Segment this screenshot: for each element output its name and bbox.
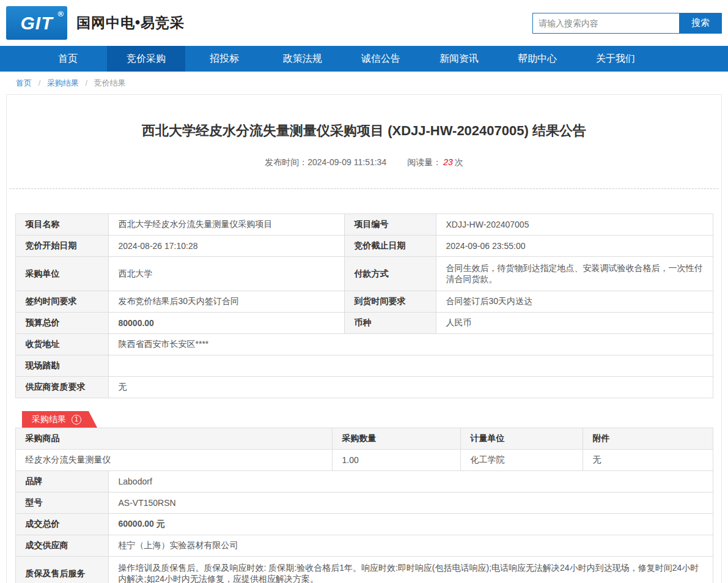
info-value: XDJJ-HW-202407005 — [436, 214, 713, 236]
publish-time-label: 发布时间： — [265, 157, 307, 167]
info-label: 成交供应商 — [15, 535, 108, 557]
info-label: 项目编号 — [344, 214, 436, 236]
breadcrumb-bidding-results: 竞价结果 — [94, 78, 126, 87]
views-unit: 次 — [455, 157, 463, 167]
content-card: 西北大学经皮水分流失量测量仪采购项目 (XDJJ-HW-202407005) 结… — [6, 94, 722, 583]
result-ribbon: 采购结果 1 — [22, 411, 97, 428]
table-row: 预算总价 80000.00 币种 人民币 — [15, 313, 713, 334]
table-row: 供应商资质要求 无 — [15, 377, 713, 398]
project-info-table: 项目名称 西北大学经皮水分流失量测量仪采购项目 项目编号 XDJJ-HW-202… — [15, 214, 713, 398]
product-attachment: 无 — [583, 450, 713, 471]
info-label: 成交总价 — [15, 514, 108, 535]
info-value — [108, 355, 713, 377]
logo-text: GIT — [21, 13, 53, 34]
site-logo[interactable]: GIT ® — [6, 6, 67, 40]
table-row: 项目名称 西北大学经皮水分流失量测量仪采购项目 项目编号 XDJJ-HW-202… — [15, 214, 713, 236]
product-quantity: 1.00 — [332, 450, 460, 471]
views-label: 阅读量： — [407, 157, 441, 167]
site-title: 国网中电•易竞采 — [76, 13, 185, 32]
product-unit: 化工学院 — [460, 450, 583, 471]
breadcrumb-separator: / — [86, 78, 88, 87]
info-value: 西北大学经皮水分流失量测量仪采购项目 — [108, 214, 344, 236]
nav-item-home[interactable]: 首页 — [29, 46, 107, 72]
table-row: 型号 AS-VT150RSN — [15, 492, 713, 514]
info-label: 采购单位 — [15, 257, 108, 291]
info-value: 陕西省西安市长安区**** — [108, 334, 713, 355]
breadcrumb: 首页 / 采购结果 / 竞价结果 — [0, 72, 728, 94]
brand-value: Labodorf — [108, 471, 713, 492]
search-bar: 搜索 — [532, 13, 722, 34]
info-label: 品牌 — [15, 471, 108, 492]
table-row: 竞价开始日期 2024-08-26 17:10:28 竞价截止日期 2024-0… — [15, 236, 713, 257]
product-name: 经皮水分流失量测量仪 — [15, 450, 332, 471]
column-header: 计量单位 — [460, 428, 583, 450]
column-header: 采购数量 — [332, 428, 460, 450]
publish-time-value: 2024-09-09 11:51:34 — [307, 157, 386, 167]
info-value: 2024-08-26 17:10:28 — [108, 236, 344, 257]
table-row: 现场踏勘 — [15, 355, 713, 377]
main-nav: 首页 竞价采购 招投标 政策法规 诚信公告 新闻资讯 帮助中心 关于我们 — [0, 46, 728, 72]
nav-item-policies[interactable]: 政策法规 — [263, 46, 342, 72]
warranty-value: 操作培训及质保售后。质保及响应时效: 质保期:验收合格后1年。响应时效:即时响应… — [108, 557, 713, 583]
info-label: 项目名称 — [15, 214, 108, 236]
info-label: 供应商资质要求 — [15, 377, 108, 398]
table-row: 质保及售后服务 操作培训及质保售后。质保及响应时效: 质保期:验收合格后1年。响… — [15, 557, 713, 583]
info-value: 西北大学 — [108, 257, 344, 291]
info-value: 无 — [108, 377, 713, 398]
deal-detail-table: 品牌 Labodorf 型号 AS-VT150RSN 成交总价 60000.00… — [15, 470, 713, 583]
nav-item-news[interactable]: 新闻资讯 — [420, 46, 498, 72]
budget-total-value: 80000.00 — [108, 313, 344, 334]
table-row: 成交总价 60000.00 元 — [15, 514, 713, 535]
info-value: 合同生效后，待货物到达指定地点、安装调试验收合格后，一次性付清合同货款。 — [436, 257, 713, 291]
info-label: 竞价开始日期 — [15, 236, 108, 257]
info-label: 币种 — [344, 313, 436, 334]
info-label: 质保及售后服务 — [15, 557, 108, 583]
registered-trademark-icon: ® — [57, 9, 64, 18]
table-header-row: 采购商品 采购数量 计量单位 附件 — [15, 428, 713, 450]
model-value: AS-VT150RSN — [108, 492, 713, 514]
table-row: 采购单位 西北大学 付款方式 合同生效后，待货物到达指定地点、安装调试验收合格后… — [15, 257, 713, 291]
info-label: 预算总价 — [15, 313, 108, 334]
result-ribbon-label: 采购结果 — [32, 414, 66, 425]
nav-item-bidding-purchase[interactable]: 竞价采购 — [107, 46, 185, 72]
info-label: 现场踏勘 — [15, 355, 108, 377]
deal-total-price: 60000.00 元 — [108, 514, 713, 535]
info-label: 收货地址 — [15, 334, 108, 355]
table-row: 签约时间要求 发布竞价结果后30天内签订合同 到货时间要求 合同签订后30天内送… — [15, 291, 713, 313]
table-row: 成交供应商 桂宁（上海）实验器材有限公司 — [15, 535, 713, 557]
result-section-header: 采购结果 1 — [22, 411, 721, 428]
dashed-divider — [10, 188, 718, 189]
info-label: 付款方式 — [344, 257, 436, 291]
info-value: 人民币 — [436, 313, 713, 334]
info-value: 发布竞价结果后30天内签订合同 — [108, 291, 344, 313]
result-count-badge: 1 — [72, 415, 81, 425]
search-button[interactable]: 搜索 — [679, 13, 722, 34]
info-label: 到货时间要求 — [344, 291, 436, 313]
breadcrumb-separator: / — [39, 78, 41, 87]
table-row: 经皮水分流失量测量仪 1.00 化工学院 无 — [15, 450, 713, 471]
top-header: GIT ® 国网中电•易竞采 搜索 — [0, 0, 728, 46]
nav-item-about-us[interactable]: 关于我们 — [576, 46, 655, 72]
breadcrumb-home[interactable]: 首页 — [16, 78, 32, 87]
info-label: 型号 — [15, 492, 108, 514]
info-value: 2024-09-06 23:55:00 — [436, 236, 713, 257]
views-count: 23 — [443, 157, 453, 167]
nav-item-help-center[interactable]: 帮助中心 — [498, 46, 576, 72]
info-label: 签约时间要求 — [15, 291, 108, 313]
column-header: 采购商品 — [15, 428, 332, 450]
info-label: 竞价截止日期 — [344, 236, 436, 257]
article-meta: 发布时间：2024-09-09 11:51:34阅读量：23次 — [7, 157, 721, 168]
nav-item-tenders[interactable]: 招投标 — [185, 46, 263, 72]
table-row: 收货地址 陕西省西安市长安区**** — [15, 334, 713, 355]
info-value: 合同签订后30天内送达 — [436, 291, 713, 313]
product-table: 采购商品 采购数量 计量单位 附件 经皮水分流失量测量仪 1.00 化工学院 无 — [15, 428, 713, 471]
breadcrumb-purchase-results[interactable]: 采购结果 — [47, 78, 79, 87]
supplier-value: 桂宁（上海）实验器材有限公司 — [108, 535, 713, 557]
nav-item-integrity-notice[interactable]: 诚信公告 — [342, 46, 420, 72]
search-input[interactable] — [532, 13, 679, 34]
column-header: 附件 — [583, 428, 713, 450]
page-title: 西北大学经皮水分流失量测量仪采购项目 (XDJJ-HW-202407005) 结… — [43, 122, 685, 140]
table-row: 品牌 Labodorf — [15, 471, 713, 492]
